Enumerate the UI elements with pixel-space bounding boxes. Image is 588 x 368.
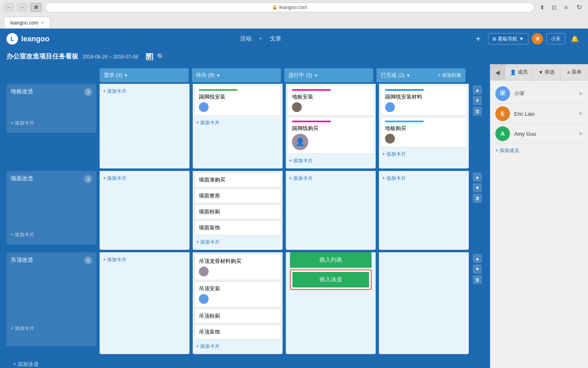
- ceiling-add-card[interactable]: + 添加卡片: [11, 325, 92, 332]
- wall-pending-add[interactable]: + 添加卡片: [194, 236, 281, 248]
- col-todo-arrow[interactable]: ▼: [124, 73, 128, 78]
- logo-icon: L: [7, 33, 18, 45]
- floor-delete-btn[interactable]: 🗑: [473, 107, 482, 116]
- floor-inprogress-add[interactable]: + 添加卡片: [287, 155, 374, 167]
- browser-tabs: leangoo.com ✕: [0, 14, 588, 28]
- floor-down-btn[interactable]: ▼: [473, 96, 482, 105]
- floor-add-card[interactable]: + 添加卡片: [11, 120, 92, 127]
- card-label2: [292, 121, 331, 122]
- floor-row-controls: ▲ ▼ 🗑: [471, 84, 483, 117]
- browser-tab[interactable]: leangoo.com ✕: [4, 17, 50, 28]
- wall-add-card[interactable]: + 添加卡片: [11, 231, 92, 238]
- back-btn[interactable]: ←: [4, 3, 14, 12]
- floor-pending-add[interactable]: + 添加卡片: [194, 117, 281, 129]
- ceiling-delete-btn[interactable]: 🗑: [473, 275, 482, 284]
- floor-done-col: 踢脚线安装材料 地板购买 + 添加卡片: [379, 84, 469, 168]
- card-wall-1[interactable]: 墙面漆购买: [194, 173, 281, 187]
- card-ceiling-3[interactable]: 吊顶粉刷: [194, 309, 281, 323]
- user-avatar[interactable]: 宋: [532, 33, 543, 45]
- column-headers: 需求 (3) ▼ 待办 (9) ▼ 进行中 (2) ▼: [100, 68, 483, 82]
- floor-todo-add[interactable]: + 添加卡片: [101, 85, 188, 97]
- swimlane-ceiling-count: 5: [84, 256, 92, 265]
- user-btn[interactable]: 小宋: [546, 33, 565, 45]
- col-inprogress-arrow[interactable]: ▼: [314, 73, 318, 78]
- insert-swimlane-btn[interactable]: 插入泳道: [292, 272, 369, 287]
- nav-activity[interactable]: 活动: [240, 35, 252, 43]
- card-title: 踢脚线安装材料: [385, 93, 463, 101]
- add-member-btn[interactable]: + 添加成员: [494, 144, 585, 157]
- board-header-icons: 📊 🔍: [145, 53, 165, 61]
- board-nav-btn[interactable]: ⊞ 看板导航 ▼: [488, 33, 528, 45]
- tab-close-btn[interactable]: ✕: [41, 20, 44, 25]
- insert-list-btn[interactable]: 插入列表: [290, 252, 372, 268]
- filter-icon: ▼: [539, 70, 543, 75]
- wall-delete-btn[interactable]: 🗑: [473, 194, 482, 203]
- floor-up-btn[interactable]: ▲: [473, 85, 482, 94]
- wall-inprogress-col: + 添加卡片: [286, 171, 376, 250]
- wall-done-add[interactable]: + 添加卡片: [381, 173, 467, 184]
- sidebar-tab-members[interactable]: 👤 成员: [505, 64, 533, 81]
- wall-columns: + 添加卡片 墙面漆购买 墙面整形 墙面粉刷 墙面装饰 + 添加卡片 + 添加卡…: [100, 171, 471, 250]
- search-icon-btn[interactable]: 🔍: [157, 53, 165, 61]
- member-name-2: Eric Liao: [514, 111, 574, 117]
- col-pending-arrow[interactable]: ▼: [216, 73, 220, 78]
- nav-article[interactable]: 文章: [270, 35, 281, 43]
- member-filter-3[interactable]: ▼: [578, 131, 583, 137]
- share-btn[interactable]: ⬆: [537, 3, 547, 12]
- card-floor-inprogress-2[interactable]: 踢脚线购买 👤: [287, 117, 374, 154]
- add-btn[interactable]: +: [472, 32, 485, 45]
- board-area: 需求 (3) ▼ 待办 (9) ▼ 进行中 (2) ▼: [0, 64, 490, 368]
- card-title: 吊顶装饰: [199, 328, 276, 336]
- ceiling-row-controls: ▲ ▼ 🗑: [471, 252, 483, 286]
- card-title: 墙面粉刷: [199, 208, 276, 215]
- member-filter-2[interactable]: ▼: [578, 111, 583, 117]
- ceiling-pending-add[interactable]: + 添加卡片: [194, 341, 281, 352]
- ceiling-down-btn[interactable]: ▼: [473, 265, 482, 274]
- col-inprogress-label: 进行中 (2): [288, 72, 312, 79]
- card-wall-3[interactable]: 墙面粉刷: [194, 204, 281, 219]
- reload-btn[interactable]: ↻: [574, 3, 584, 12]
- ceiling-pending-col: 吊顶龙骨材料购买 吊顶安装 吊顶粉刷 吊顶装饰 + 添加卡片: [193, 252, 283, 354]
- card-label-cyan: [385, 121, 424, 122]
- card-ceiling-1[interactable]: 吊顶龙骨材料购买: [194, 254, 281, 280]
- wall-up-btn[interactable]: ▲: [473, 173, 482, 182]
- member-filter-1[interactable]: ▼: [578, 91, 583, 96]
- address-bar[interactable]: 🔒 leangoo.com: [45, 2, 534, 12]
- sidebar-header: ◀ 👤 成员 ▼ 筛选 ≡ 菜单: [490, 64, 588, 81]
- card-wall-4[interactable]: 墙面装饰: [194, 220, 281, 235]
- col-done-label: 已完成 (2): [381, 72, 405, 79]
- ceiling-up-btn[interactable]: ▲: [473, 254, 482, 263]
- sidebar-tab-menu[interactable]: ≡ 菜单: [561, 64, 588, 81]
- card-ceiling-4[interactable]: 吊顶装饰: [194, 325, 281, 339]
- wall-done-col: + 添加卡片: [379, 171, 469, 250]
- logo: L leangoo: [7, 33, 49, 45]
- card-avatar: [385, 102, 395, 112]
- board-date: 2016-06-26 ~ 2016-07-08: [82, 54, 138, 60]
- card-floor-done-2[interactable]: 地板购买: [381, 117, 467, 147]
- add-swimlane-btn[interactable]: + 添加泳道: [7, 357, 483, 368]
- chart-icon-btn[interactable]: 📊: [145, 53, 154, 61]
- ceiling-todo-add[interactable]: + 添加卡片: [101, 254, 188, 266]
- sidebar-tab-filter[interactable]: ▼ 筛选: [533, 64, 561, 81]
- card-floor-inprogress-1[interactable]: 地板安装: [287, 85, 374, 116]
- col-done-arrow[interactable]: ▼: [406, 73, 410, 78]
- tab-btn[interactable]: ⊞: [30, 3, 42, 12]
- forward-btn[interactable]: →: [17, 3, 27, 12]
- card-floor-done-1[interactable]: 踢脚线安装材料: [381, 85, 467, 116]
- swimlane-wall-title: 墙面改造: [11, 175, 33, 182]
- more-btn[interactable]: ≡: [561, 3, 571, 12]
- wall-inprogress-add[interactable]: + 添加卡片: [287, 173, 374, 184]
- member-avatar-xiao-song: 宋: [495, 86, 510, 101]
- add-column-btn[interactable]: + 添加列表: [438, 72, 461, 79]
- bell-btn[interactable]: 🔔: [568, 32, 581, 45]
- card-avatar: [385, 134, 395, 144]
- card-floor-pending-1[interactable]: 踢脚线安装: [194, 85, 281, 116]
- wall-todo-add[interactable]: + 添加卡片: [101, 173, 188, 184]
- wall-down-btn[interactable]: ▼: [473, 183, 482, 192]
- floor-done-add[interactable]: + 添加卡片: [381, 148, 467, 160]
- card-ceiling-2[interactable]: 吊顶安装: [194, 281, 281, 307]
- board-title: 办公室改造项目任务看板: [7, 52, 78, 61]
- bookmark-btn[interactable]: ⊡: [549, 3, 559, 12]
- card-wall-2[interactable]: 墙面整形: [194, 188, 281, 203]
- sidebar-collapse-btn[interactable]: ◀: [490, 64, 505, 81]
